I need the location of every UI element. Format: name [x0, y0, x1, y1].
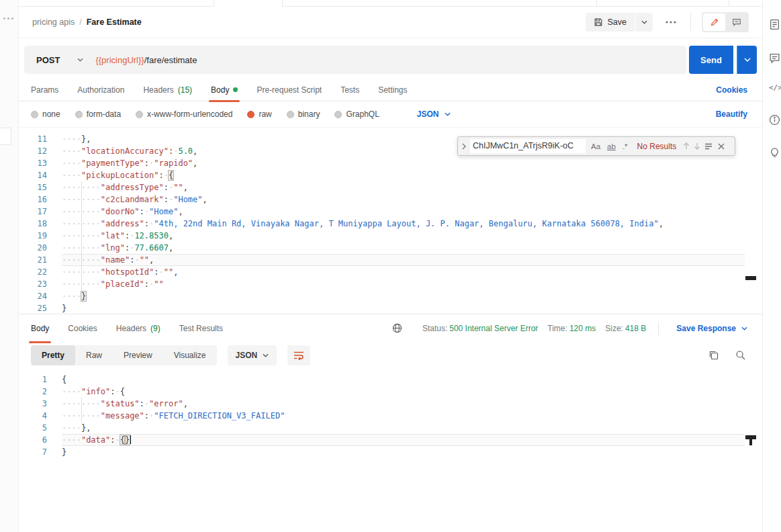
edit-mode-button[interactable] — [703, 13, 725, 31]
save-button[interactable]: Save — [586, 13, 635, 32]
more-options-button[interactable] — [662, 13, 680, 31]
match-case-icon[interactable]: Aa — [590, 142, 602, 151]
code-line[interactable]: 13····"paymentType":·"rapido", — [19, 157, 745, 169]
copy-icon[interactable] — [708, 350, 719, 361]
tab-headers[interactable]: Headers(15) — [143, 79, 192, 101]
tab-settings[interactable]: Settings — [378, 79, 407, 101]
response-language-select[interactable]: JSON — [228, 345, 277, 365]
tab-params[interactable]: Params — [31, 79, 58, 101]
size-badge[interactable]: Size:418 B — [605, 324, 646, 333]
line-number: 16 — [19, 193, 47, 206]
response-tab-body[interactable]: Body — [31, 314, 49, 343]
method-label: POST — [36, 55, 60, 65]
find-next-icon[interactable] — [694, 142, 700, 150]
body-language-select[interactable]: JSON — [417, 109, 451, 119]
code-line[interactable]: 4········"message":·"FETCH_DIRECTION_V3_… — [19, 410, 745, 422]
code-line[interactable]: 14····"pickupLocation":·{ — [19, 169, 745, 181]
save-icon — [594, 17, 603, 27]
line-number: 15 — [19, 181, 47, 193]
close-icon[interactable] — [718, 143, 725, 150]
divider — [658, 322, 659, 335]
response-tab-cookies[interactable]: Cookies — [68, 314, 97, 343]
code-text: ········"lng":·77.6607, — [62, 242, 745, 254]
code-line[interactable]: 19········"lat":·12.8530, — [19, 230, 745, 242]
breadcrumb-request-name[interactable]: Fare Estimate — [87, 17, 142, 27]
find-previous-icon[interactable] — [683, 142, 690, 150]
code-snippet-icon[interactable]: </> — [769, 83, 781, 92]
response-tab-headers[interactable]: Headers(9) — [116, 314, 160, 343]
mode-x-www-form-urlencoded[interactable]: x-www-form-urlencoded — [136, 109, 232, 119]
tab-body[interactable]: Body — [211, 79, 238, 101]
code-line[interactable]: 25} — [19, 302, 745, 314]
code-line[interactable]: 5····}, — [19, 422, 745, 434]
sidebar-collapse-handle[interactable] — [0, 128, 11, 145]
status-badge[interactable]: Status:500 Internal Server Error — [422, 324, 538, 333]
mode-graphql[interactable]: GraphQL — [334, 109, 379, 119]
lightbulb-icon[interactable] — [769, 146, 780, 158]
code-line[interactable]: 1{ — [19, 373, 745, 386]
code-line[interactable]: 22········"hotspotId":·"", — [19, 266, 745, 278]
find-expand-chevron[interactable] — [462, 143, 466, 150]
search-icon[interactable] — [735, 350, 746, 361]
whole-word-icon[interactable]: ab — [606, 142, 617, 151]
code-line[interactable]: 15········"addressType":·"", — [19, 181, 745, 193]
radio-icon — [287, 111, 294, 118]
mode-binary[interactable]: binary — [287, 109, 320, 119]
comments-icon[interactable] — [769, 52, 780, 64]
url-bar: POST {{pricingUrl}}/fare/estimate — [24, 46, 686, 74]
response-tab-test-results[interactable]: Test Results — [179, 314, 223, 343]
wrap-text-button[interactable] — [287, 345, 310, 365]
tab-divider — [729, 0, 729, 7]
send-options-button[interactable] — [737, 46, 757, 74]
find-results-count: No Results — [637, 142, 677, 151]
view-visualize[interactable]: Visualize — [163, 345, 217, 365]
time-badge[interactable]: Time:120 ms — [547, 324, 596, 333]
code-text: { — [62, 373, 745, 386]
status-value: 500 Internal Server Error — [449, 324, 538, 333]
view-raw[interactable]: Raw — [75, 345, 113, 365]
code-line[interactable]: 7} — [19, 446, 745, 458]
comment-icon — [732, 17, 741, 27]
mode-form-data[interactable]: form-data — [75, 109, 121, 119]
request-body-editor[interactable]: 11····},12····"locationAccuracy":·5.0,13… — [19, 127, 762, 314]
code-line[interactable]: 18········"address":·"4th, 22nd Main Rd,… — [19, 218, 745, 230]
code-line[interactable]: 20········"lng":·77.6607, — [19, 242, 745, 254]
comments-mode-button[interactable] — [725, 13, 747, 31]
mode-none[interactable]: none — [31, 109, 60, 119]
documentation-icon[interactable] — [769, 19, 780, 30]
code-line[interactable]: 24····} — [19, 290, 745, 302]
beautify-link[interactable]: Beautify — [716, 109, 747, 119]
sidebar-drag-handle-icon[interactable] — [3, 17, 13, 19]
view-preview[interactable]: Preview — [113, 345, 163, 365]
method-selector[interactable]: POST — [24, 55, 95, 65]
mode-raw[interactable]: raw — [247, 109, 271, 119]
chevron-down-icon — [741, 326, 747, 330]
code-line[interactable]: 23········"placeId":·"" — [19, 278, 745, 290]
save-response-button[interactable]: Save Response — [676, 324, 747, 333]
info-icon[interactable] — [769, 114, 780, 126]
code-line[interactable]: 16········"c2cLandmark":·"Home", — [19, 193, 745, 206]
find-input[interactable]: ChIJMwC1n_ATrjsR9iK-oC — [470, 139, 586, 153]
regex-icon[interactable]: .* — [621, 142, 629, 151]
find-in-selection-icon[interactable] — [704, 143, 713, 150]
chevron-down-icon — [744, 58, 751, 62]
chevron-down-icon — [641, 20, 647, 24]
tab-pre-request-script[interactable]: Pre-request Script — [257, 79, 322, 101]
send-button[interactable]: Send — [689, 46, 733, 74]
url-input[interactable]: {{pricingUrl}}/fare/estimate — [95, 55, 197, 65]
tab-tests[interactable]: Tests — [340, 79, 359, 101]
line-number: 17 — [19, 206, 47, 218]
code-line[interactable]: 21········"name":·"", — [19, 254, 745, 266]
globe-icon[interactable] — [392, 323, 402, 333]
context-bar: </> — [762, 0, 781, 532]
tab-authorization[interactable]: Authorization — [77, 79, 124, 101]
save-options-button[interactable] — [635, 13, 653, 32]
code-line[interactable]: 17········"doorNo":·"Home", — [19, 206, 745, 218]
code-line[interactable]: 6····"data":·{} — [19, 434, 745, 446]
code-line[interactable]: 2····"info":·{ — [19, 386, 745, 398]
code-line[interactable]: 3········"status":·"error", — [19, 398, 745, 410]
cookies-link[interactable]: Cookies — [716, 85, 747, 95]
view-pretty[interactable]: Pretty — [31, 345, 75, 365]
breadcrumb-collection[interactable]: pricing apis — [32, 17, 75, 27]
response-body-editor[interactable]: 1{2····"info":·{3········"status":·"erro… — [19, 371, 762, 465]
